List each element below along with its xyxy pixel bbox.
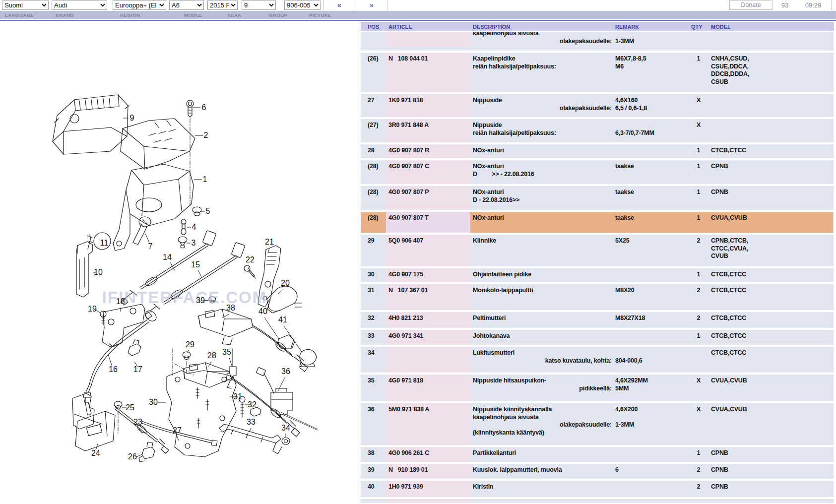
cell-pos: (28)	[361, 212, 386, 233]
language-select[interactable]: Suomi	[2, 0, 49, 10]
cell-article: 4G0 906 261 C	[386, 447, 470, 462]
picture-select[interactable]: 906-005	[284, 0, 321, 10]
cell-article: 4G0 907 807 T	[386, 212, 470, 233]
cell-article: 4G0 907 807 C	[386, 160, 470, 184]
cell-qty: 1	[689, 212, 708, 233]
donate-button[interactable]: Donate	[729, 0, 772, 10]
table-row[interactable]: 39N 910 189 01Kuusiok. laippamutteri, mu…	[361, 464, 834, 479]
header-qty: QTY	[689, 24, 708, 30]
cell-qty: 2	[689, 312, 708, 328]
table-row[interactable]: 295Q0 906 407Kiinnike5X252CPNB,CTCB,CTCC…	[361, 235, 834, 266]
year-select[interactable]: 2015 F	[207, 0, 238, 10]
cell-desc: Nippusideolakepaksuudelle:	[470, 94, 613, 117]
part-probe-16	[83, 309, 158, 415]
cell-qty: X	[689, 403, 708, 445]
table-row[interactable]: kaapelinohjaus sivustaolakepaksuudelle: …	[361, 32, 834, 51]
table-row[interactable]: 324H0 821 213PeltimutteriM8X27X182CTCB,C…	[361, 312, 834, 328]
callout-16: 16	[109, 365, 118, 374]
cell-remark	[613, 499, 689, 503]
cell-qty: X	[689, 375, 708, 401]
cell-desc: NOx-anturiD >> - 22.08.2016	[470, 160, 613, 184]
header-remark: REMARK	[613, 24, 689, 30]
region-select[interactable]: Eurooppa+ (El	[113, 0, 166, 10]
table-row[interactable]: (28)4G0 907 807 CNOx-anturiD >> - 22.08.…	[361, 160, 834, 184]
table-row[interactable]: (28)4G0 907 807 TNOx-anturitaakse1CVUA,C…	[361, 212, 834, 233]
cell-qty	[689, 32, 708, 51]
cell-remark: 6	[613, 464, 689, 479]
next-picture-button[interactable]: »	[356, 0, 387, 10]
cell-article: N 108 044 01	[386, 53, 470, 92]
parts-table: POS ARTICLE DESCRIPTION REMARK QTY MODEL…	[361, 22, 834, 503]
cell-pos: 40	[361, 481, 386, 497]
cell-qty: 1	[689, 447, 708, 462]
cell-article: 4G0 907 807 P	[386, 186, 470, 210]
cell-remark: 4,6X1606,5 / 0,6-1,8	[613, 94, 689, 117]
table-row[interactable]: 271K0 971 818Nippusideolakepaksuudelle:4…	[361, 94, 834, 117]
callout-2: 2	[204, 131, 208, 139]
header-pos: POS	[361, 24, 386, 30]
table-row[interactable]: 334G0 971 341Johtokanava1CTCB,CTCC	[361, 330, 834, 345]
callout-41: 41	[278, 315, 287, 324]
table-row[interactable]: 365M0 971 838 ANippuside kiinnityskannal…	[361, 403, 834, 445]
callout-9: 9	[130, 114, 134, 122]
cell-remark	[613, 447, 689, 462]
table-row[interactable]: (27)3R0 971 848 ANippusidereiän halkaisi…	[361, 119, 834, 142]
part-housing-1	[113, 164, 193, 251]
cell-article: 4G0 971 818	[386, 375, 470, 401]
callout-32: 32	[248, 400, 257, 409]
table-row[interactable]: 31N 107 367 01Monikolo-laippapulttiM8X20…	[361, 284, 834, 310]
cell-pos: (28)	[361, 160, 386, 184]
cell-pos: 33	[361, 330, 386, 345]
cell-article: 1H0 971 939	[386, 481, 470, 497]
callout-38: 38	[226, 304, 235, 312]
callout-23: 23	[133, 418, 142, 426]
callout-27: 27	[173, 426, 182, 435]
table-row[interactable]: 34Lukitusmutterikatso kuvataulu, kohta: …	[361, 347, 834, 373]
group-select[interactable]: 9	[242, 0, 276, 10]
cell-desc: Kiinnike	[470, 235, 613, 266]
cell-pos: 27	[361, 94, 386, 117]
table-row[interactable]: 284G0 907 807 RNOx-anturi1CTCB,CTCC	[361, 144, 834, 158]
part-bracket-10	[76, 242, 92, 297]
header-description: DESCRIPTION	[470, 24, 613, 30]
brand-select[interactable]: Audi	[52, 0, 107, 10]
cell-article	[386, 32, 470, 46]
callout-24: 24	[91, 449, 100, 457]
table-row[interactable]: 354G0 971 818Nippuside hitsauspuikon-pid…	[361, 375, 834, 401]
callout-30: 30	[149, 398, 158, 406]
cell-remark: M8X27X18	[613, 312, 689, 328]
cell-desc: Nippuside kiinnityskannallakaapelinohjau…	[470, 403, 613, 445]
toolbar-separator	[831, 0, 832, 10]
model-select[interactable]: A6	[169, 0, 204, 10]
table-row[interactable]: (26)N 108 044 01Kaapelinpidikereiän halk…	[361, 53, 834, 92]
part-grommet-3	[178, 237, 187, 248]
callout-36: 36	[281, 367, 290, 376]
cell-model	[708, 94, 833, 117]
field-label-brand: BRAND	[56, 12, 74, 18]
table-row[interactable]	[361, 499, 834, 503]
callout-21: 21	[265, 238, 274, 246]
table-row[interactable]: 304G0 907 175Ohjainlaitteen pidike1CTCB,…	[361, 268, 834, 282]
prev-picture-button[interactable]: «	[323, 0, 355, 10]
cell-desc: Nippuside hitsauspuikon-pidikkeellä:	[470, 375, 613, 401]
part-nut-5	[193, 207, 201, 216]
divider-rule	[0, 20, 836, 21]
cell-qty: 1	[689, 330, 708, 345]
cell-remark	[613, 144, 689, 158]
cell-qty: 2	[689, 235, 708, 266]
cell-qty: 1	[689, 268, 708, 282]
cell-remark: 4,6X200 1-3MM	[613, 403, 689, 445]
callout-25: 25	[126, 403, 134, 412]
field-label-group: GROUP	[269, 12, 287, 18]
callout-20: 20	[281, 279, 290, 287]
field-label-year: YEAR	[227, 12, 241, 18]
callout-39: 39	[196, 296, 205, 305]
cell-remark: 5X25	[613, 235, 689, 266]
table-row[interactable]: (28)4G0 907 807 PNOx-anturiD - 22.08.201…	[361, 186, 834, 210]
cell-article	[386, 347, 470, 373]
table-row[interactable]: 384G0 906 261 CPartikkelianturi1CPNB	[361, 447, 834, 462]
table-row[interactable]: 401H0 971 939Kiristin2CPNB	[361, 481, 834, 497]
clock-value: 09:29	[797, 1, 829, 9]
cell-model: CPNB	[708, 186, 833, 210]
cell-model: CPNB	[708, 160, 833, 184]
